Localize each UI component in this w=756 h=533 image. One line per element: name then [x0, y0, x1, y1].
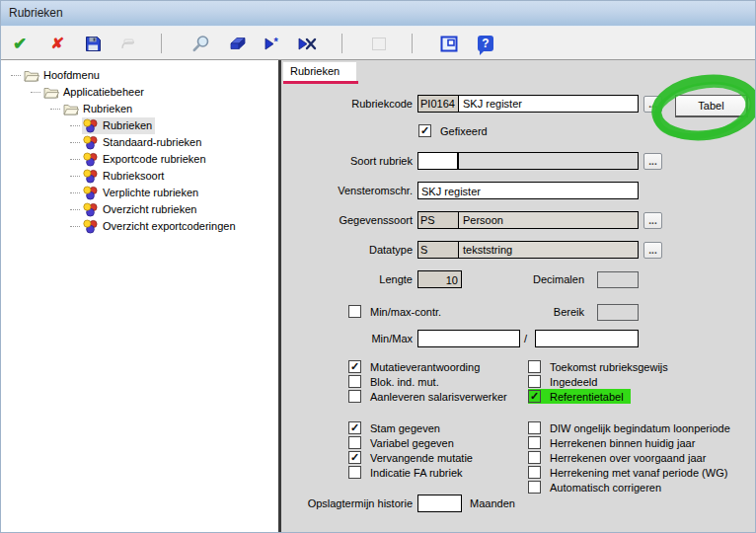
checkbox-box: [528, 451, 541, 464]
checkbox-label: Gefixeerd: [440, 125, 488, 137]
datatype-input[interactable]: S tekststring: [417, 241, 639, 259]
checkbox-referentietabel[interactable]: ✓ Referentietabel: [528, 389, 631, 404]
next-record-star-icon: *: [263, 36, 282, 52]
minmax-input-2[interactable]: [535, 330, 639, 347]
toolbar-new-record-button[interactable]: *: [262, 33, 283, 54]
gems-icon: [83, 186, 100, 200]
folder-open-icon: [24, 68, 40, 83]
tree-connector: [70, 176, 80, 177]
minmax-input-1[interactable]: [417, 330, 520, 347]
tree-item-overzicht-rubrieken[interactable]: Overzicht rubrieken: [1, 201, 199, 218]
toolbar-search-button[interactable]: [189, 33, 211, 54]
tree-item-label: Hoofdmenu: [43, 68, 100, 83]
opslagtermijn-input[interactable]: [417, 495, 462, 512]
soort-rubriek-input[interactable]: [417, 152, 639, 170]
window-title: Rubrieken: [9, 6, 63, 20]
tree-item-hoofdmenu[interactable]: Hoofdmenu: [1, 67, 103, 84]
bereik-input[interactable]: [597, 304, 639, 321]
checkbox-box: ✓: [418, 124, 431, 137]
lengte-label: Lengte: [281, 270, 413, 288]
form-panel: Rubrieken Rubriekcode PI0164 SKJ registe…: [281, 60, 756, 533]
decimalen-label: Decimalen: [503, 270, 584, 288]
checkbox-blok-ind-mut[interactable]: Blok. ind. mut.: [348, 374, 439, 389]
tabel-button[interactable]: Tabel: [675, 95, 748, 117]
cross-icon: ✘: [49, 35, 64, 52]
soort-rubriek-code: [418, 153, 459, 169]
toolbar-separator: [412, 34, 413, 53]
rubriekcode-lookup-button[interactable]: ...: [643, 96, 662, 113]
tree-item-rubrieksoort[interactable]: Rubrieksoort: [1, 168, 167, 185]
folder-open-icon: [43, 85, 60, 100]
checkbox-mutatieverantwoording[interactable]: ✓ Mutatieverantwoording: [348, 359, 480, 374]
gegevenssoort-lookup-button[interactable]: ...: [643, 212, 662, 229]
gegevenssoort-input[interactable]: PS Persoon: [417, 211, 639, 229]
checkbox-box: [528, 421, 541, 434]
tree-item-standaard-rubrieken[interactable]: Standaard-rubrieken: [1, 134, 204, 151]
tree-item-exportcode-rubrieken[interactable]: Exportcode rubrieken: [1, 151, 209, 168]
checkbox-aanleveren-salarisverwerker[interactable]: Aanleveren salarisverwerker: [348, 389, 507, 404]
record-delete-icon: [297, 36, 319, 52]
toolbar-delete-record-button[interactable]: [297, 33, 319, 54]
tab-rubrieken[interactable]: Rubrieken: [283, 62, 356, 81]
app-window: Rubrieken ✔ ✘: [0, 0, 756, 533]
checkbox-box: [528, 436, 541, 449]
checkbox-toekomst-rubrieksgewijs[interactable]: Toekomst rubrieksgewijs: [528, 359, 668, 374]
checkbox-stam-gegeven[interactable]: ✓ Stam gegeven: [348, 420, 440, 435]
main-area: Hoofdmenu Applicatiebeheer Rubrieken Rub…: [1, 59, 756, 533]
checkbox-herrekenen-over-voorgaand-jaar[interactable]: Herrekenen over voorgaand jaar: [528, 450, 706, 465]
toolbar-disabled-button-2: [368, 33, 390, 54]
tree-item-label: Overzicht rubrieken: [103, 202, 196, 217]
minmax-label: Min/Max: [281, 330, 413, 347]
checkbox-label: Toekomst rubrieksgewijs: [550, 361, 668, 373]
checkbox-box: [348, 466, 361, 479]
checkbox-label: Ingedeeld: [550, 376, 597, 388]
tree-connector: [70, 159, 80, 160]
checkbox-box: ✓: [528, 390, 541, 403]
vensteromschr-input[interactable]: [417, 182, 639, 199]
rubriekcode-desc: SKJ register: [459, 96, 638, 112]
checkbox-box: [348, 436, 361, 449]
toolbar-erase-button[interactable]: [226, 33, 248, 54]
checkbox-diw-ongelijk-begindatum[interactable]: DIW ongelijk begindatum loonperiode: [528, 420, 730, 435]
datatype-label: Datatype: [281, 241, 413, 259]
folder-open-icon: [63, 102, 80, 116]
datatype-lookup-button[interactable]: ...: [643, 242, 662, 259]
checkbox-variabel-gegeven[interactable]: Variabel gegeven: [348, 435, 454, 450]
decimalen-input[interactable]: [597, 271, 639, 288]
gegevenssoort-code: PS: [418, 212, 459, 228]
toolbar-cancel-button[interactable]: ✘: [46, 33, 68, 54]
checkbox-minmax-contr[interactable]: Min/max-contr.: [348, 304, 441, 319]
checkbox-automatisch-corrigeren[interactable]: Automatisch corrigeren: [528, 480, 661, 495]
lengte-input[interactable]: [417, 270, 462, 288]
checkbox-box: ✓: [348, 421, 361, 434]
checkbox-label: Variabel gegeven: [370, 437, 454, 449]
checkbox-indicatie-fa-rubriek[interactable]: Indicatie FA rubriek: [348, 465, 463, 480]
tree-item-label: Overzicht exportcoderingen: [103, 219, 236, 234]
checkbox-vervangende-mutatie[interactable]: ✓ Vervangende mutatie: [348, 450, 473, 465]
toolbar-window-button[interactable]: [438, 33, 460, 54]
datatype-desc: tekststring: [459, 242, 638, 258]
tree-item-rubrieken-folder[interactable]: Rubrieken: [1, 101, 135, 117]
restore-window-icon: [440, 36, 458, 52]
checkbox-herrekenen-binnen-huidig-jaar[interactable]: Herrekenen binnen huidig jaar: [528, 435, 695, 450]
tree-item-verplichte-rubrieken[interactable]: Verplichte rubrieken: [1, 185, 201, 201]
vensteromschr-label: Vensteromschr.: [281, 182, 413, 199]
soort-rubriek-lookup-button[interactable]: ...: [643, 153, 662, 170]
gems-icon: [83, 202, 100, 217]
checkbox-ingedeeld[interactable]: Ingedeeld: [528, 374, 597, 389]
tree-connector: [70, 142, 80, 143]
checkbox-label: Vervangende mutatie: [370, 452, 473, 464]
tree-item-rubrieken[interactable]: Rubrieken: [1, 117, 155, 134]
checkbox-label: Automatisch corrigeren: [550, 482, 661, 494]
toolbar-accept-button[interactable]: ✔: [9, 33, 31, 54]
checkbox-herrekening-vanaf-periode-wg[interactable]: Herrekening met vanaf periode (WG): [528, 465, 727, 480]
toolbar-save-button[interactable]: [82, 33, 104, 54]
checkbox-label-highlighted: Referentietabel: [550, 391, 624, 403]
rubriekcode-input[interactable]: PI0164 SKJ register: [417, 95, 639, 113]
tree-item-applicatiebeheer[interactable]: Applicatiebeheer: [1, 84, 147, 101]
minmax-slash: /: [524, 330, 527, 347]
checkbox-gefixeerd[interactable]: ✓ Gefixeerd: [418, 123, 488, 138]
rubriekcode-label: Rubriekcode: [281, 95, 413, 113]
tree-item-overzicht-exportcoderingen[interactable]: Overzicht exportcoderingen: [1, 218, 239, 235]
toolbar-help-button[interactable]: ?: [475, 33, 496, 54]
